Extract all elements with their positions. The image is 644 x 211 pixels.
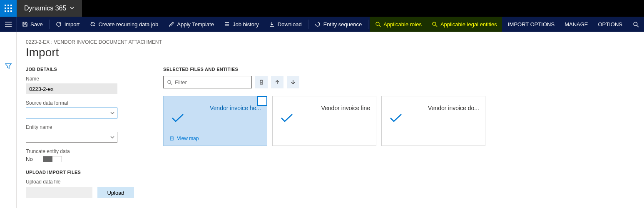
options-menu[interactable]: OPTIONS bbox=[593, 17, 627, 32]
left-rail bbox=[0, 32, 17, 208]
svg-rect-6 bbox=[5, 10, 6, 12]
name-label: Name bbox=[26, 76, 134, 82]
hamburger-button[interactable] bbox=[0, 17, 17, 32]
upload-section: UPLOAD IMPORT FILES bbox=[26, 170, 134, 175]
import-button[interactable]: Import bbox=[51, 17, 85, 32]
view-map-link[interactable]: View map bbox=[169, 136, 199, 141]
command-bar: Save Import Create recurring data job Ap… bbox=[0, 17, 644, 32]
entity-card[interactable]: Vendor invoice line bbox=[272, 96, 376, 146]
sequence-icon bbox=[315, 21, 321, 28]
truncate-toggle[interactable] bbox=[43, 156, 62, 162]
entity-card-title: Vendor invoice do... bbox=[388, 105, 479, 111]
import-options-menu[interactable]: IMPORT OPTIONS bbox=[503, 17, 559, 32]
top-bar: Dynamics 365 bbox=[0, 0, 644, 17]
arrow-up-icon bbox=[274, 79, 280, 85]
check-icon bbox=[171, 113, 184, 124]
create-recurring-button[interactable]: Create recurring data job bbox=[85, 17, 163, 32]
apply-template-button[interactable]: Apply Template bbox=[163, 17, 219, 32]
page-title: Import bbox=[26, 46, 634, 59]
entities-section: SELECTED FILES AND ENTITIES bbox=[163, 67, 485, 72]
svg-point-11 bbox=[634, 22, 637, 26]
svg-rect-1 bbox=[7, 5, 9, 6]
brand-selector[interactable]: Dynamics 365 bbox=[17, 0, 82, 17]
selection-checkbox[interactable] bbox=[257, 96, 267, 106]
source-format-select[interactable] bbox=[26, 108, 117, 118]
recurring-icon bbox=[90, 21, 96, 28]
filter-box[interactable] bbox=[163, 76, 252, 88]
hamburger-icon bbox=[5, 22, 12, 27]
truncate-label: Truncate entity data bbox=[26, 148, 134, 154]
check-icon bbox=[280, 113, 293, 124]
source-format-label: Source data format bbox=[26, 100, 134, 106]
upload-button[interactable]: Upload bbox=[97, 187, 134, 198]
brand-label: Dynamics 365 bbox=[24, 5, 66, 12]
entity-card[interactable]: Vendor invoice he... View map bbox=[163, 96, 267, 146]
map-icon bbox=[169, 136, 174, 141]
manage-menu[interactable]: MANAGE bbox=[559, 17, 593, 32]
waffle-icon bbox=[5, 5, 12, 12]
chevron-down-icon bbox=[70, 5, 75, 12]
svg-rect-7 bbox=[7, 10, 9, 12]
filter-rail-button[interactable] bbox=[5, 63, 12, 208]
search-icon bbox=[375, 21, 381, 28]
refresh-icon bbox=[56, 21, 62, 28]
svg-rect-2 bbox=[10, 5, 12, 6]
upload-label: Upload data file bbox=[26, 179, 134, 185]
svg-rect-3 bbox=[5, 8, 6, 9]
save-icon bbox=[22, 21, 28, 28]
svg-point-10 bbox=[433, 22, 436, 25]
search-icon bbox=[167, 80, 172, 85]
applicable-legal-entities-button[interactable]: Applicable legal entities bbox=[427, 17, 502, 32]
search-icon bbox=[432, 21, 438, 28]
name-input[interactable] bbox=[26, 83, 117, 94]
entity-sequence-button[interactable]: Entity sequence bbox=[310, 17, 367, 32]
trash-icon bbox=[259, 79, 264, 85]
svg-point-12 bbox=[168, 80, 171, 83]
job-details-section: JOB DETAILS bbox=[26, 67, 134, 72]
chevron-down-icon bbox=[110, 134, 114, 141]
topbar-spacer bbox=[82, 0, 644, 17]
list-icon bbox=[224, 21, 230, 28]
chevron-down-icon bbox=[110, 110, 114, 116]
entity-card-title: Vendor invoice he... bbox=[169, 105, 261, 111]
breadcrumb: 0223-2-EX : VENDOR INVOICE DOCUMENT ATTA… bbox=[26, 39, 634, 45]
download-icon bbox=[269, 21, 275, 28]
truncate-value: No bbox=[26, 156, 33, 162]
entity-card-title: Vendor invoice line bbox=[278, 105, 370, 111]
svg-rect-5 bbox=[10, 8, 12, 9]
move-up-button[interactable] bbox=[271, 76, 283, 88]
search-icon bbox=[633, 21, 639, 28]
save-button[interactable]: Save bbox=[17, 17, 48, 32]
entity-name-label: Entity name bbox=[26, 124, 134, 130]
filter-icon bbox=[5, 63, 12, 69]
svg-rect-8 bbox=[10, 10, 12, 12]
download-button[interactable]: Download bbox=[264, 17, 307, 32]
move-down-button[interactable] bbox=[287, 76, 299, 88]
search-button[interactable] bbox=[627, 17, 644, 32]
pencil-icon bbox=[168, 21, 174, 28]
app-launcher-button[interactable] bbox=[0, 0, 17, 17]
source-format-value bbox=[29, 110, 29, 116]
delete-button[interactable] bbox=[255, 76, 268, 88]
check-icon bbox=[389, 113, 403, 124]
upload-file-input[interactable] bbox=[26, 187, 92, 198]
entity-card[interactable]: Vendor invoice do... bbox=[381, 96, 485, 146]
applicable-roles-button[interactable]: Applicable roles bbox=[370, 17, 427, 32]
svg-rect-0 bbox=[5, 5, 6, 6]
filter-input[interactable] bbox=[175, 79, 248, 85]
svg-point-9 bbox=[376, 22, 379, 25]
entity-name-select[interactable] bbox=[26, 132, 117, 143]
job-history-button[interactable]: Job history bbox=[219, 17, 264, 32]
arrow-down-icon bbox=[290, 79, 296, 85]
svg-rect-4 bbox=[7, 8, 9, 9]
